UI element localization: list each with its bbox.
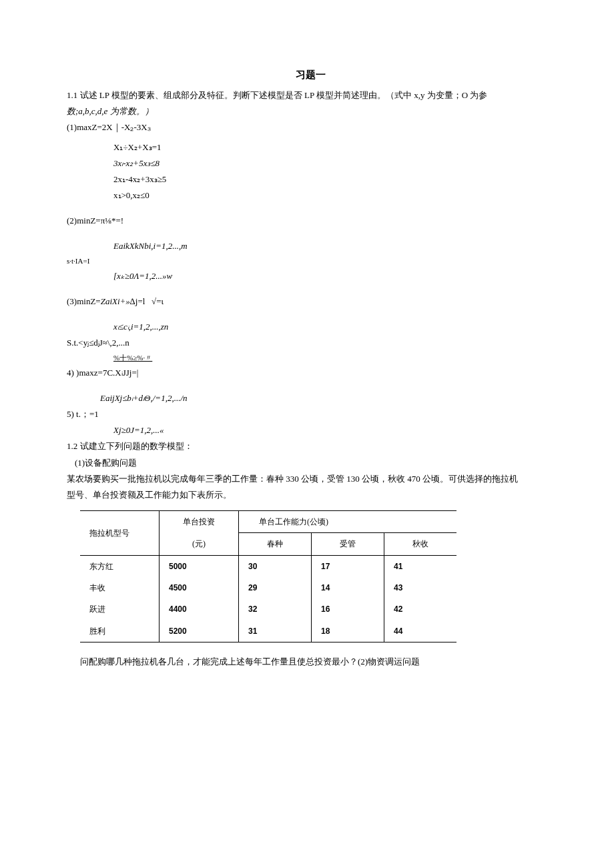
subproblem-1: (1)设备配购问题 — [75, 456, 554, 470]
eq3-line2: %十%≥%·〃 — [113, 352, 554, 364]
col-spring: 春种 — [239, 533, 312, 555]
col-autumn: 秋收 — [384, 533, 457, 555]
eq2-line1: EaikXkNbi,i=1,2...,m — [113, 239, 554, 254]
eq2-line2: [xₖ≥0Λ=1,2...»w — [113, 269, 554, 284]
eq4-head: 4) )maxz=7C.XᵢJJj=| — [67, 366, 554, 380]
col-invest-unit: (元) — [160, 533, 239, 555]
problem-desc-2: 型号、单台投资额及工作能力如下表所示。 — [67, 488, 554, 502]
problem-desc-1: 某农场要购买一批拖拉机以完成每年三季的工作量：春种 330 公顷，受管 130 … — [67, 472, 554, 486]
eq1-line3: 2x₁-4x₂+3x₃≥5 — [113, 172, 554, 187]
col-ability: 单台工作能力(公顷) — [239, 510, 457, 532]
col-model: 拖拉机型号 — [80, 510, 160, 555]
eq1-line1: X₁÷X₂+X₃=1 — [113, 140, 554, 155]
table-row: 东方红 5000 30 17 41 — [80, 555, 456, 577]
eq3-head: (3)minZ=(3)minZ=ZaiXi+»∆j=l √=ιZaiXi+»∆j… — [67, 294, 554, 309]
section-1-2: 1.2 试建立下列问题的数学模型： — [67, 439, 554, 454]
page-title: 习题一 — [67, 67, 554, 84]
eq4-line1: EaijXj≤bᵢ+dᵢΘ,/=1,2,.../n — [100, 391, 554, 406]
eq1-line4: x₁>0,x₂≤0 — [113, 188, 554, 203]
intro-line-2: 数;a,b,c,d,e 为常数。） — [67, 104, 554, 119]
eq1-head: (1)maxZ=2X｜-X₂-3X₃ — [67, 120, 554, 135]
closing-question: 问配购哪几种拖拉机各几台，才能完成上述每年工作量且使总投资最小？(2)物资调运问… — [80, 655, 554, 669]
eq3-line1: xᵢ≤cᵢ,i=1,2,...,zn — [113, 320, 554, 334]
eq3-st: S.t.<yⱼ≤dⱼJ≈\,2,...n — [67, 336, 554, 350]
eq5-line1: Xj≥0J=1,2,...« — [113, 423, 554, 438]
eq2-st: s·t·IA=I — [67, 255, 554, 268]
eq1-line2: 3xᵢ-x₂+5x₃≤8 — [113, 156, 554, 171]
eq5-head: 5) t.；=1 — [67, 407, 554, 422]
intro-line-1: 1.1 试述 LP 模型的要素、组成部分及特征。判断下述模型是否 LP 模型并简… — [67, 88, 554, 103]
col-manage: 受管 — [312, 533, 384, 555]
table-row: 胜利 5200 31 18 44 — [80, 620, 456, 642]
table-row: 跃进 4400 32 16 42 — [80, 598, 456, 620]
tractor-table: 拖拉机型号 单台投资 单台工作能力(公顷) (元) 春种 受管 秋收 东方红 5… — [80, 510, 456, 642]
table-row: 丰收 4500 29 14 43 — [80, 577, 456, 598]
eq2-head: (2)minZ=π⅛*=! — [67, 213, 554, 228]
col-invest: 单台投资 — [160, 510, 239, 532]
